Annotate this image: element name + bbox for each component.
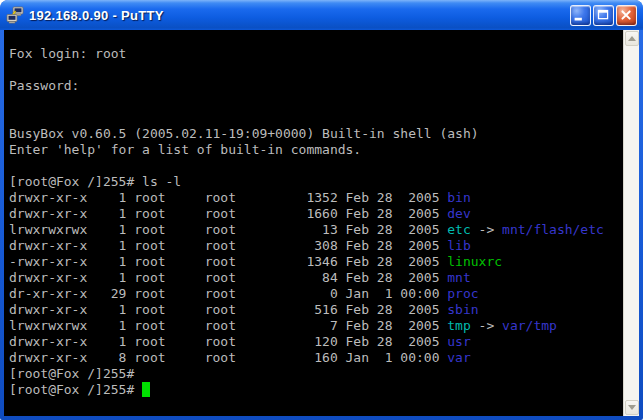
terminal-line: Password:: [9, 78, 623, 94]
terminal-line: [root@Fox /]255#: [9, 366, 623, 382]
terminal-line: [9, 62, 623, 78]
scroll-down-button[interactable]: [625, 400, 639, 415]
maximize-icon: [594, 5, 613, 26]
window-controls: [570, 5, 637, 26]
terminal-line: [9, 94, 623, 110]
window-title: 192.168.0.90 - PuTTY: [29, 8, 570, 23]
terminal-line: drwxr-xr-x 1 root root 516 Feb 28 2005 s…: [9, 302, 623, 318]
close-button[interactable]: [616, 5, 637, 26]
title-bar[interactable]: 192.168.0.90 - PuTTY: [0, 0, 643, 30]
maximize-button[interactable]: [593, 5, 614, 26]
terminal-line: [9, 110, 623, 126]
minimize-icon: [571, 5, 590, 26]
arrow-down-icon: [628, 405, 636, 410]
terminal-line: drwxr-xr-x 1 root root 308 Feb 28 2005 l…: [9, 238, 623, 254]
terminal-line: dr-xr-xr-x 29 root root 0 Jan 1 00:00 pr…: [9, 286, 623, 302]
terminal-content[interactable]: Fox login: root Password: BusyBox v0.60.…: [4, 30, 623, 416]
terminal-line: lrwxrwxrwx 1 root root 13 Feb 28 2005 et…: [9, 222, 623, 238]
terminal-cursor: [142, 382, 150, 397]
terminal-line: Enter 'help' for a list of built-in comm…: [9, 142, 623, 158]
terminal-line: BusyBox v0.60.5 (2005.02.11-19:09+0000) …: [9, 126, 623, 142]
arrow-up-icon: [628, 36, 636, 41]
terminal-line: [root@Fox /]255#: [9, 382, 623, 398]
terminal-screen[interactable]: Fox login: root Password: BusyBox v0.60.…: [4, 30, 639, 416]
terminal-line: drwxr-xr-x 1 root root 84 Feb 28 2005 mn…: [9, 270, 623, 286]
terminal-line: drwxr-xr-x 1 root root 120 Feb 28 2005 u…: [9, 334, 623, 350]
terminal-line: lrwxrwxrwx 1 root root 7 Feb 28 2005 tmp…: [9, 318, 623, 334]
terminal-line: [9, 158, 623, 174]
terminal-line: drwxr-xr-x 1 root root 1660 Feb 28 2005 …: [9, 206, 623, 222]
minimize-button[interactable]: [570, 5, 591, 26]
close-icon: [617, 5, 636, 26]
terminal-line: [9, 30, 623, 46]
putty-window: 192.168.0.90 - PuTTY Fox login: root Pas…: [0, 0, 643, 420]
terminal-line: [root@Fox /]255# ls -l: [9, 174, 623, 190]
terminal-line: drwxr-xr-x 1 root root 1352 Feb 28 2005 …: [9, 190, 623, 206]
terminal-line: -rwxr-xr-x 1 root root 1346 Feb 28 2005 …: [9, 254, 623, 270]
terminal-line: drwxr-xr-x 8 root root 160 Jan 1 00:00 v…: [9, 350, 623, 366]
scroll-up-button[interactable]: [625, 31, 639, 46]
putty-icon[interactable]: [6, 6, 24, 24]
terminal-line: Fox login: root: [9, 46, 623, 62]
scrollbar[interactable]: [623, 30, 639, 416]
